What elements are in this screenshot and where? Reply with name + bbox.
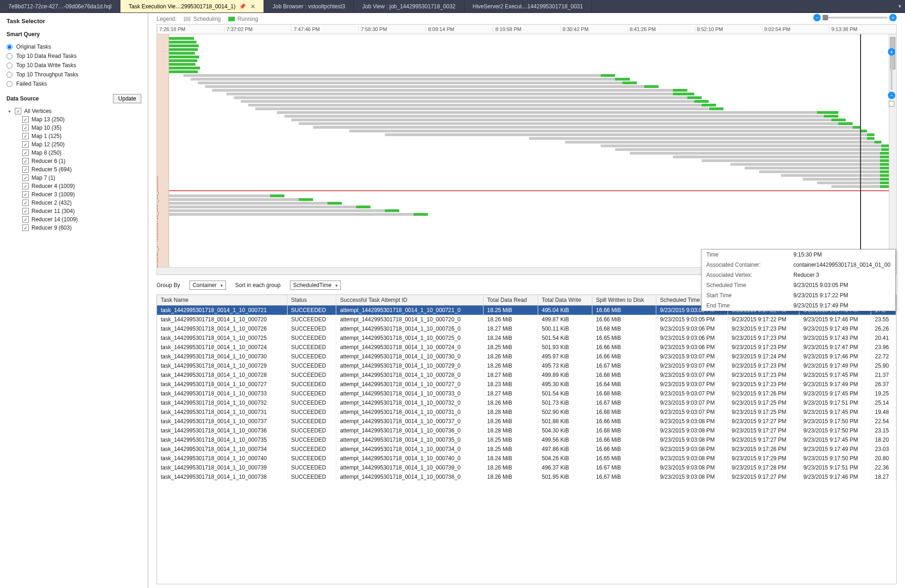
gantt-bar[interactable] [169,198,889,201]
task-table[interactable]: Task NameStatusSuccessful Task Attempt I… [157,294,897,584]
gantt-bar[interactable] [169,133,889,136]
checkbox-icon[interactable]: ✓ [22,191,29,198]
gantt-bar[interactable] [169,181,889,184]
checkbox-icon[interactable]: ✓ [22,166,29,173]
caret-down-icon[interactable]: ▾ [6,109,12,114]
tree-item[interactable]: ✓Reducer 11 (304) [22,207,141,215]
checkbox-icon[interactable]: ✓ [22,183,29,189]
column-header[interactable]: Total Data Write [538,295,592,306]
tab[interactable]: Job Browser : vstooltpchtest3 [264,0,354,13]
gantt-bar[interactable] [169,174,889,177]
table-row[interactable]: task_1442995301718_0014_1_10_000726SUCCE… [157,324,896,333]
gantt-bar[interactable] [169,37,889,40]
table-row[interactable]: task_1442995301718_0014_1_10_000720SUCCE… [157,315,896,324]
table-row[interactable]: task_1442995301718_0014_1_10_000724SUCCE… [157,343,896,352]
radio-option[interactable]: Top 10 Data Read Tasks [6,51,141,61]
gantt-bar[interactable] [169,122,889,125]
gantt-chart[interactable]: container_1442995301718_0014_01_000008 +… [157,34,897,275]
tree-item[interactable]: ✓Map 13 (250) [22,115,141,124]
gantt-bar[interactable] [169,152,889,155]
table-row[interactable]: task_1442995301718_0014_1_10_000725SUCCE… [157,333,896,343]
table-row[interactable]: task_1442995301718_0014_1_10_000734SUCCE… [157,444,896,454]
gantt-bar[interactable] [169,70,889,73]
radio-option[interactable]: Top 10 Throughput Tasks [6,70,141,79]
gantt-bar[interactable] [169,126,889,129]
table-row[interactable]: task_1442995301718_0014_1_10_000736SUCCE… [157,426,896,435]
gantt-bar[interactable] [169,96,889,99]
column-header[interactable]: Successful Task Attempt ID [336,295,483,306]
gantt-bar[interactable] [169,44,889,47]
table-row[interactable]: task_1442995301718_0014_1_10_000738SUCCE… [157,472,896,482]
table-row[interactable]: task_1442995301718_0014_1_10_000727SUCCE… [157,380,896,389]
tree-item[interactable]: ✓Reducer 14 (1009) [22,215,141,224]
gantt-bar[interactable] [169,202,889,205]
gantt-bar[interactable] [169,81,889,84]
checkbox-icon[interactable]: ✓ [22,150,29,156]
tab[interactable]: HiveServer2 Execut…1442995301718_0031 [465,0,592,13]
gantt-bar[interactable] [169,63,889,66]
gantt-bar[interactable] [169,178,889,181]
tree-item[interactable]: ✓Map 1 (125) [22,132,141,140]
gantt-bar[interactable] [169,206,889,208]
checkbox-icon[interactable]: ✓ [22,125,29,131]
table-row[interactable]: task_1442995301718_0014_1_10_000730SUCCE… [157,352,896,361]
column-header[interactable]: Task Name [157,295,287,306]
table-row[interactable]: task_1442995301718_0014_1_10_000739SUCCE… [157,463,896,472]
range-slider[interactable] [823,17,887,19]
checkbox-icon[interactable]: ✓ [22,225,29,231]
gantt-bar[interactable] [169,159,889,162]
checkbox-icon[interactable]: ✓ [22,116,29,123]
gantt-bar[interactable] [169,107,889,110]
table-row[interactable]: task_1442995301718_0014_1_10_000740SUCCE… [157,454,896,463]
tree-item[interactable]: ✓Map 8 (250) [22,149,141,157]
checkbox-icon[interactable]: ✓ [22,208,29,214]
gantt-bar[interactable] [169,148,889,151]
time-range-slider[interactable]: − + [813,14,897,21]
gantt-bar[interactable] [169,156,889,158]
table-row[interactable]: task_1442995301718_0014_1_10_000737SUCCE… [157,417,896,426]
gantt-bar[interactable] [169,111,889,114]
table-row[interactable]: task_1442995301718_0014_1_10_000732SUCCE… [157,398,896,407]
time-cursor[interactable] [860,34,861,267]
groupby-select[interactable]: Container▾ [189,281,226,290]
checkbox-icon[interactable]: ✓ [22,216,29,223]
tree-item[interactable]: ✓Map 10 (35) [22,124,141,132]
gantt-bar[interactable] [169,56,889,58]
checkbox-icon[interactable]: ✓ [22,200,29,206]
gantt-bar[interactable] [169,104,889,106]
gantt-bar[interactable] [169,144,889,147]
gantt-bar[interactable] [169,100,889,103]
gantt-bar[interactable] [169,209,889,212]
close-icon[interactable]: ✕ [251,3,255,10]
zoom-control[interactable]: + − [888,48,895,106]
minus-icon[interactable]: − [813,14,821,21]
radio-option[interactable]: Failed Tasks [6,79,141,88]
column-header[interactable]: Spill Written to Disk [592,295,656,306]
tabs-overflow-icon[interactable]: ▾ [895,0,905,13]
tree-item[interactable]: ✓Map 7 (1) [22,174,141,182]
gantt-bar[interactable] [169,163,889,166]
gantt-bar[interactable] [169,115,889,118]
checkbox-icon[interactable]: ✓ [15,108,21,114]
gantt-bar[interactable] [169,48,889,51]
table-row[interactable]: task_1442995301718_0014_1_10_000728SUCCE… [157,370,896,380]
tree-item[interactable]: ✓Reducer 9 (603) [22,224,141,232]
gantt-bar[interactable] [169,130,889,132]
gantt-bar[interactable] [169,93,889,95]
gantt-bar[interactable] [169,74,889,77]
column-header[interactable]: Total Data Read [483,295,538,306]
tab[interactable]: 7e9bd712-72ce-427…-09d06e76da1d.hql [0,0,120,13]
radio-option[interactable]: Top 10 Data Write Tasks [6,61,141,70]
tree-item[interactable]: ✓Map 12 (250) [22,140,141,149]
tree-item[interactable]: ✓Reducer 5 (694) [22,165,141,174]
plus-icon[interactable]: + [889,14,897,21]
gantt-bar[interactable] [169,185,889,188]
checkbox-icon[interactable]: ✓ [22,141,29,148]
radio-option[interactable]: Original Tasks [6,42,141,51]
gantt-bar[interactable] [169,137,889,140]
gantt-bar[interactable] [169,213,889,216]
gantt-bar[interactable] [169,119,889,121]
gantt-bar[interactable] [169,170,889,173]
gantt-bar[interactable] [169,52,889,55]
table-row[interactable]: task_1442995301718_0014_1_10_000729SUCCE… [157,361,896,370]
